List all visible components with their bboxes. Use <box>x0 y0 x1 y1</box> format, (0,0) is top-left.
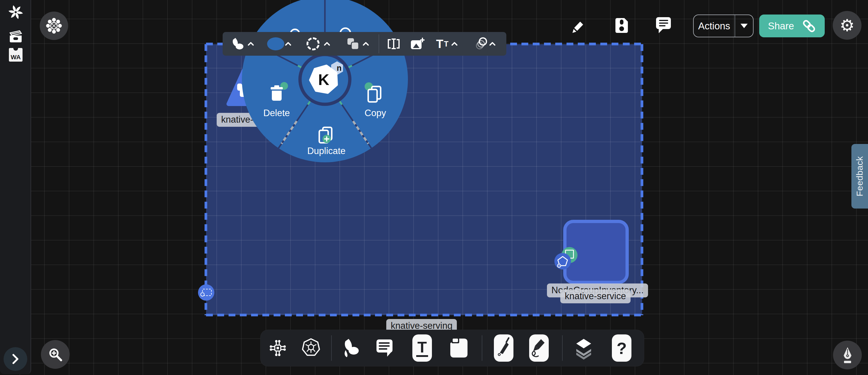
text-tool-button: T <box>412 334 432 362</box>
kubernetes-icon <box>301 338 321 359</box>
tool-connector-network[interactable] <box>266 330 290 366</box>
knife-tool-button <box>494 334 514 362</box>
tool-layers[interactable] <box>572 330 595 366</box>
feedback-tab[interactable]: Feedback <box>851 144 868 208</box>
radial-center[interactable]: K n <box>300 55 350 104</box>
left-sidebar: WA <box>0 0 31 374</box>
resize-width-button[interactable] <box>387 32 401 56</box>
expand-sidebar-button[interactable] <box>4 347 27 371</box>
chevron-right-icon <box>12 354 19 364</box>
save-icon[interactable] <box>615 18 628 33</box>
tool-shapes[interactable] <box>339 330 363 366</box>
svg-text:Duplicate: Duplicate <box>307 146 345 156</box>
text-format-chevron[interactable] <box>452 32 458 56</box>
group-copy-chevron[interactable] <box>363 32 369 56</box>
svg-text:n: n <box>337 64 342 73</box>
toolbar-divider <box>378 34 379 53</box>
tool-text[interactable]: T <box>410 330 434 366</box>
shapes-icon <box>342 338 360 358</box>
group-copy-icon <box>346 37 360 50</box>
caret-down-icon <box>741 24 748 28</box>
bottom-toolbar: T <box>260 330 644 366</box>
shapes-icon <box>230 37 244 51</box>
stroke-style-chevron[interactable] <box>324 32 330 56</box>
selection-handle[interactable] <box>198 284 214 301</box>
toolbar-divider <box>562 335 563 361</box>
fill-color-chevron[interactable] <box>285 32 291 56</box>
tool-knife[interactable] <box>492 330 516 366</box>
tool-pencil[interactable] <box>527 330 551 366</box>
actions-label: Actions <box>694 21 735 32</box>
shape-style-chevron[interactable] <box>248 32 254 56</box>
comment-icon <box>376 339 393 357</box>
connector-network-icon <box>268 339 287 357</box>
marquee-anchor-icon <box>200 292 205 297</box>
share-label: Share <box>768 21 794 32</box>
pen-nib-icon <box>840 347 855 364</box>
pentagon-icon <box>554 253 571 270</box>
actions-button[interactable]: Actions <box>693 14 753 37</box>
pen-tool-button[interactable] <box>833 341 862 369</box>
opacity-chevron[interactable] <box>490 32 495 56</box>
selection-format-toolbar: TT <box>223 32 506 56</box>
actions-dropdown[interactable] <box>735 24 753 28</box>
svg-text:Delete: Delete <box>263 108 290 118</box>
layers-icon <box>574 337 593 360</box>
toolbar-divider <box>482 335 482 361</box>
tool-comment[interactable] <box>373 330 396 366</box>
frame-icon <box>449 334 469 362</box>
toolbar-divider <box>331 335 332 361</box>
svg-text:Copy: Copy <box>365 108 386 118</box>
comments-icon[interactable] <box>656 17 671 33</box>
settings-button[interactable]: ⚙ <box>833 11 862 40</box>
link-icon <box>802 19 816 33</box>
archive-box-icon[interactable] <box>8 28 23 43</box>
selection-border-left[interactable] <box>205 44 207 315</box>
opacity-circles-icon <box>474 37 488 51</box>
zoom-in-icon <box>48 347 63 362</box>
svg-text:K: K <box>318 71 329 88</box>
tool-frame[interactable] <box>447 330 471 366</box>
fill-color-swatch[interactable] <box>267 32 284 56</box>
selection-border-right[interactable] <box>641 44 643 315</box>
pencil-swirl-icon <box>529 334 549 362</box>
pencil-tool-button <box>529 334 549 362</box>
help-button: ? <box>612 334 631 362</box>
cluster-flower-icon <box>45 17 63 35</box>
selection-border-bottom[interactable] <box>206 314 642 316</box>
gear-icon: ⚙ <box>840 17 855 34</box>
edit-pencil-icon[interactable] <box>571 17 586 34</box>
tool-kubernetes[interactable] <box>299 330 323 366</box>
zoom-in-button[interactable] <box>41 340 70 369</box>
share-button[interactable]: Share <box>759 14 825 37</box>
pentagon-badge[interactable] <box>554 253 571 270</box>
webassembly-badge[interactable]: WA <box>9 48 23 62</box>
text-format-button[interactable]: TT <box>436 32 448 56</box>
radial-context-menu: Delete Copy Duplicate K n <box>236 0 414 168</box>
opacity-button[interactable] <box>474 32 488 56</box>
isoflow-logo-icon[interactable] <box>8 5 23 20</box>
stroke-style-button[interactable] <box>307 32 319 56</box>
add-image-icon <box>410 37 425 50</box>
knife-icon <box>494 334 514 362</box>
add-image-button[interactable] <box>410 32 425 56</box>
dashed-circle-icon <box>307 37 319 50</box>
shape-style-button[interactable] <box>230 32 244 56</box>
tool-help[interactable]: ? <box>610 330 633 366</box>
resize-width-icon <box>387 38 401 50</box>
trash-icon <box>271 85 283 101</box>
group-copy-button[interactable] <box>346 32 360 56</box>
cluster-button[interactable] <box>40 11 68 40</box>
node-label[interactable]: knative-service <box>560 289 630 303</box>
